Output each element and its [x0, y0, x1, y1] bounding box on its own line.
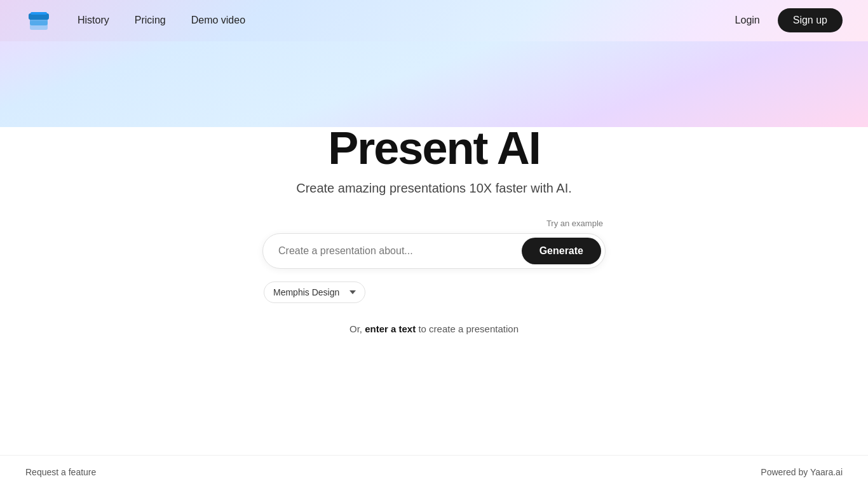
- nav: History Pricing Demo video: [78, 15, 245, 26]
- try-example-label: Try an example: [546, 219, 603, 228]
- theme-selected-label: Memphis Design: [273, 287, 339, 297]
- header-right: Login Sign up: [728, 8, 843, 32]
- request-feature-link[interactable]: Request a feature: [25, 467, 96, 477]
- main-content: Present AI Create amazing presentations …: [0, 41, 868, 455]
- theme-selector-row: Memphis Design: [264, 281, 365, 303]
- hero-content: Present AI Create amazing presentations …: [262, 123, 606, 334]
- search-input-row: Generate: [262, 233, 606, 269]
- theme-dropdown[interactable]: Memphis Design: [264, 281, 365, 303]
- header: History Pricing Demo video Login Sign up: [0, 0, 868, 41]
- hero-subtitle: Create amazing presentations 10X faster …: [296, 181, 572, 196]
- or-prefix: Or,: [349, 323, 365, 334]
- hero-title: Present AI: [328, 123, 539, 173]
- or-text: Or, enter a text to create a presentatio…: [349, 323, 519, 334]
- login-button[interactable]: Login: [728, 10, 768, 31]
- chevron-down-icon: [349, 290, 356, 294]
- nav-pricing[interactable]: Pricing: [135, 15, 166, 26]
- or-bold: enter a text: [365, 323, 416, 334]
- header-left: History Pricing Demo video: [25, 7, 245, 34]
- nav-history[interactable]: History: [78, 15, 109, 26]
- svg-rect-3: [31, 12, 47, 15]
- or-suffix: to create a presentation: [416, 323, 519, 334]
- footer: Request a feature Powered by Yaara.ai: [0, 455, 868, 488]
- logo-icon: [25, 7, 52, 34]
- presentation-input[interactable]: [278, 245, 522, 257]
- nav-demo[interactable]: Demo video: [191, 15, 245, 26]
- powered-by-label: Powered by Yaara.ai: [761, 467, 843, 477]
- signup-button[interactable]: Sign up: [778, 8, 843, 32]
- generate-button[interactable]: Generate: [522, 238, 601, 264]
- logo[interactable]: [25, 7, 52, 34]
